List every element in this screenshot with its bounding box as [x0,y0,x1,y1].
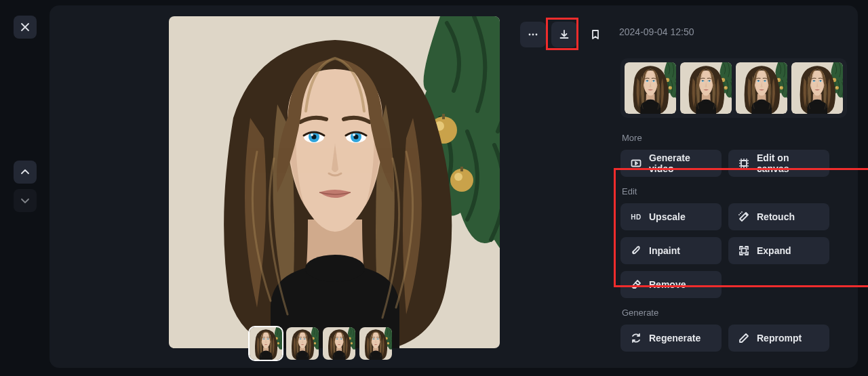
svg-point-130 [764,81,765,81]
chevron-up-icon [20,167,31,177]
svg-point-36 [314,342,316,344]
more-options-button[interactable] [520,22,546,47]
button-label: Retouch [757,211,795,222]
generate-video-button[interactable]: Generate video [620,150,722,177]
chevron-down-icon [20,195,31,206]
svg-rect-134 [834,77,835,78]
bookmark-button[interactable] [583,22,608,47]
generation-thumbnail-strip [620,58,847,118]
viewer-thumb[interactable] [323,327,355,360]
retouch-button[interactable]: Retouch [728,203,829,230]
svg-point-71 [373,351,379,354]
svg-rect-148 [741,161,747,166]
svg-point-126 [758,81,759,81]
svg-point-104 [725,87,726,88]
svg-point-88 [669,87,671,88]
svg-point-81 [532,34,534,36]
eraser-icon [630,278,642,291]
svg-point-138 [812,100,822,104]
svg-point-135 [835,86,839,89]
svg-point-52 [351,342,353,344]
svg-rect-105 [726,85,726,86]
prev-image-button[interactable] [14,161,37,184]
pencil-icon [738,332,750,344]
generate-actions: Regenerate Reprompt [620,325,829,352]
svg-point-39 [300,351,306,354]
button-label: Remove [649,279,686,290]
svg-point-7 [305,255,365,282]
viewer-thumb[interactable] [359,327,392,360]
svg-point-68 [387,342,389,344]
generation-thumb[interactable] [791,62,843,114]
more-actions: Generate video Edit on canvas [620,150,829,177]
button-label: Upscale [649,211,686,222]
button-label: Inpaint [649,245,680,256]
svg-point-136 [836,87,837,88]
svg-point-94 [647,81,648,81]
refresh-icon [630,332,642,344]
svg-point-87 [669,86,672,89]
svg-point-119 [780,86,783,89]
svg-point-142 [814,81,814,81]
button-label: Regenerate [649,333,701,343]
viewer-thumb[interactable] [286,327,319,360]
detail-card: 2024-09-04 12:50 [50,5,858,368]
close-icon [20,22,31,33]
svg-rect-121 [781,85,782,86]
image-toolbar [520,22,608,47]
canvas-icon [738,157,750,169]
expand-icon [738,245,750,257]
svg-point-110 [703,81,703,81]
generation-thumb[interactable] [625,62,676,114]
svg-point-149 [633,252,634,253]
button-label: Expand [757,245,791,256]
inpaint-button[interactable]: Inpaint [620,237,722,264]
regenerate-button[interactable]: Regenerate [620,325,722,352]
viewer-thumb[interactable] [250,327,282,360]
svg-point-53 [351,343,351,343]
svg-point-122 [757,100,766,104]
close-button[interactable] [14,16,37,39]
hd-icon: HD [630,212,642,222]
svg-point-37 [314,343,315,343]
upscale-button[interactable]: HD Upscale [620,203,722,230]
svg-point-80 [529,34,531,36]
svg-point-23 [263,351,269,354]
generation-timestamp: 2024-09-04 12:50 [619,26,694,37]
svg-point-90 [646,100,655,104]
edit-actions: HD Upscale Retouch Inpaint Expand [620,203,829,298]
edit-on-canvas-button[interactable]: Edit on canvas [728,150,829,177]
button-label: Generate video [649,152,712,174]
svg-rect-86 [667,77,668,78]
svg-point-146 [820,81,821,81]
expand-button[interactable]: Expand [728,237,829,264]
svg-point-5 [454,173,462,181]
download-icon [558,28,570,41]
remove-button[interactable]: Remove [620,271,722,298]
bookmark-icon [589,28,601,41]
svg-point-69 [387,343,388,343]
svg-point-21 [277,343,278,343]
svg-point-15 [353,133,355,136]
svg-point-120 [781,87,782,88]
download-button[interactable] [551,22,577,47]
button-label: Reprompt [757,333,802,343]
generation-thumb[interactable] [680,62,732,114]
svg-point-114 [709,81,709,81]
svg-rect-137 [837,85,837,86]
svg-point-20 [277,342,279,344]
wand-icon [738,211,750,223]
svg-rect-89 [670,85,671,86]
image-viewer [50,5,520,368]
svg-point-106 [701,100,711,104]
section-label-generate: Generate [622,308,829,318]
svg-rect-147 [632,161,641,167]
svg-rect-150 [742,249,747,253]
section-label-more: More [622,133,829,143]
svg-point-11 [311,133,313,136]
brush-icon [630,245,642,257]
reprompt-button[interactable]: Reprompt [728,325,829,352]
svg-point-98 [653,81,654,81]
generation-thumb[interactable] [736,62,787,114]
svg-point-55 [336,351,342,354]
